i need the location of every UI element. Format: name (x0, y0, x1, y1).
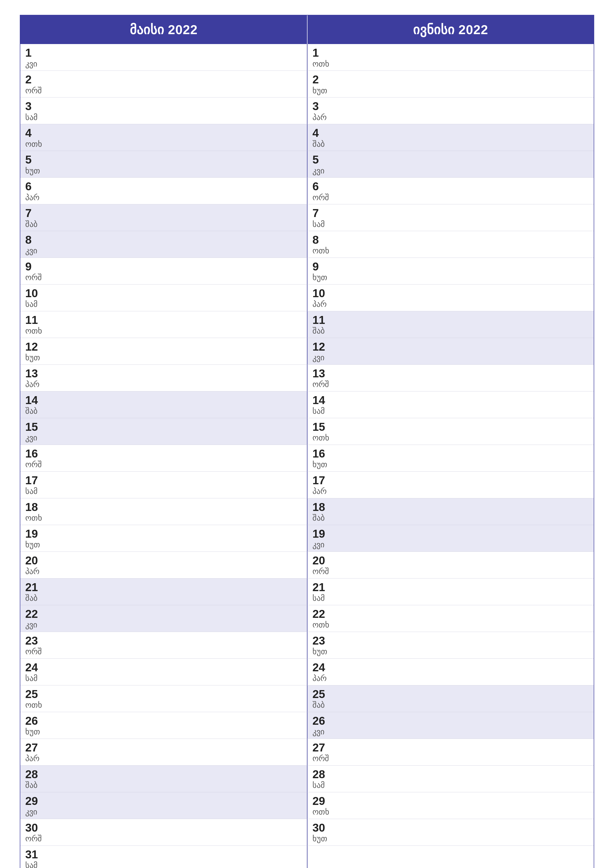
day-row-right-3: 3პარ (307, 98, 594, 124)
day-name: კვი (312, 540, 589, 549)
day-row-left-15: 15კვი (20, 418, 307, 445)
day-name: სამ (312, 220, 589, 229)
calendar-container: მაისი 2022 ივნისი 2022 1კვი1ოთხ2ორშ2ხუთ3… (20, 15, 594, 868)
day-row-left-31: 31სამ (20, 846, 307, 868)
day-name: ოთხ (312, 246, 589, 255)
day-name: ოთხ (312, 59, 589, 68)
day-number: 22 (25, 608, 302, 620)
day-name: სამ (25, 860, 302, 868)
day-row-right-28: 28სამ (307, 766, 594, 792)
day-number: 25 (25, 688, 302, 701)
day-row-left-4: 4ოთხ (20, 124, 307, 151)
day-number: 21 (25, 581, 302, 594)
day-number: 10 (25, 287, 302, 300)
day-name: ხუთ (312, 460, 589, 469)
day-row-left-23: 23ორშ (20, 632, 307, 659)
day-number: 30 (25, 822, 302, 834)
day-name: ორშ (25, 834, 302, 843)
day-number: 28 (25, 768, 302, 781)
day-name: ოთხ (312, 433, 589, 442)
day-number: 11 (25, 314, 302, 326)
days-grid: 1კვი1ოთხ2ორშ2ხუთ3სამ3პარ4ოთხ4შაბ5ხუთ5კვი… (20, 44, 594, 868)
day-row-right-31 (307, 846, 594, 868)
day-number: 28 (312, 768, 589, 781)
day-row-right-1: 1ოთხ (307, 44, 594, 71)
day-name: კვი (25, 807, 302, 817)
day-row-left-19: 19ხუთ (20, 525, 307, 552)
day-number: 29 (312, 795, 589, 808)
day-number: 30 (312, 822, 589, 834)
day-number: 13 (25, 367, 302, 380)
day-row-left-14: 14შაბ (20, 391, 307, 418)
day-row-left-6: 6პარ (20, 178, 307, 205)
day-name: ხუთ (25, 727, 302, 736)
day-number: 16 (312, 447, 589, 460)
day-row-left-21: 21შაბ (20, 578, 307, 605)
day-name: ოთხ (312, 807, 589, 817)
day-row-right-13: 13ორშ (307, 365, 594, 391)
day-name: შაბ (312, 326, 589, 336)
day-row-right-9: 9ხუთ (307, 258, 594, 285)
day-number: 1 (25, 46, 302, 59)
day-name: სამ (25, 299, 302, 309)
day-row-right-27: 27ორშ (307, 739, 594, 766)
day-number: 25 (312, 688, 589, 701)
day-row-right-17: 17პარ (307, 471, 594, 498)
day-name: ორშ (312, 567, 589, 576)
day-row-left-27: 27პარ (20, 739, 307, 766)
day-number: 27 (25, 741, 302, 754)
day-number: 5 (312, 153, 589, 166)
day-number: 6 (312, 180, 589, 193)
day-number: 14 (312, 394, 589, 406)
day-number: 4 (25, 127, 302, 139)
day-name: ორშ (312, 380, 589, 389)
day-number: 8 (312, 234, 589, 246)
day-row-left-25: 25ოთხ (20, 685, 307, 712)
day-name: შაბ (25, 594, 302, 603)
day-row-right-16: 16ხუთ (307, 445, 594, 471)
day-row-left-2: 2ორშ (20, 71, 307, 98)
day-number: 12 (312, 341, 589, 353)
day-row-left-18: 18ოთხ (20, 498, 307, 525)
day-row-right-26: 26კვი (307, 712, 594, 739)
day-number: 16 (25, 447, 302, 460)
day-row-right-20: 20ორშ (307, 552, 594, 578)
day-row-right-25: 25შაბ (307, 685, 594, 712)
day-number: 26 (312, 715, 589, 727)
day-number: 5 (25, 153, 302, 166)
day-row-left-5: 5ხუთ (20, 151, 307, 178)
day-name: კვი (25, 59, 302, 68)
day-name: შაბ (312, 700, 589, 710)
day-row-right-29: 29ოთხ (307, 792, 594, 819)
day-name: კვი (312, 727, 589, 736)
day-name: სამ (25, 487, 302, 496)
day-name: პარ (25, 193, 302, 202)
day-row-left-28: 28შაბ (20, 766, 307, 792)
day-number: 24 (25, 661, 302, 674)
day-number: 17 (312, 474, 589, 487)
day-name: ორშ (25, 460, 302, 469)
day-name: პარ (25, 567, 302, 576)
day-name: სამ (312, 406, 589, 416)
day-row-right-11: 11შაბ (307, 311, 594, 338)
day-name: ხუთ (25, 166, 302, 175)
day-row-right-5: 5კვი (307, 151, 594, 178)
day-name: შაბ (25, 406, 302, 416)
day-number: 21 (312, 581, 589, 594)
day-name: პარ (312, 299, 589, 309)
day-row-left-13: 13პარ (20, 365, 307, 391)
day-number: 6 (25, 180, 302, 193)
day-name: ორშ (25, 273, 302, 282)
day-name: კვი (312, 166, 589, 175)
day-row-right-23: 23ხუთ (307, 632, 594, 659)
day-row-right-10: 10პარ (307, 285, 594, 311)
day-row-left-9: 9ორშ (20, 258, 307, 285)
day-row-right-12: 12კვი (307, 338, 594, 365)
day-name: ორშ (25, 86, 302, 95)
day-number: 18 (312, 501, 589, 513)
day-name: კვი (25, 246, 302, 255)
day-number: 23 (312, 634, 589, 647)
day-number: 15 (25, 421, 302, 433)
day-row-left-26: 26ხუთ (20, 712, 307, 739)
day-name: ოთხ (312, 620, 589, 629)
